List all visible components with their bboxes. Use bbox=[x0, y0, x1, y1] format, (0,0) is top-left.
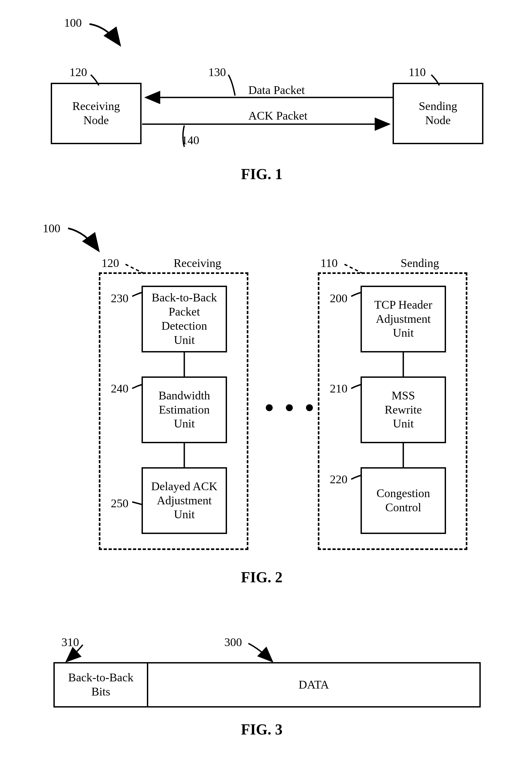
ref-220: 220 bbox=[330, 473, 348, 486]
ref-310: 310 bbox=[61, 635, 79, 649]
fig2-caption: FIG. 2 bbox=[232, 569, 291, 586]
ref-250: 250 bbox=[111, 496, 129, 510]
ref-120-fig2: 120 bbox=[101, 256, 119, 270]
ref-230: 230 bbox=[111, 292, 129, 305]
ellipsis-dots: ● ● ● bbox=[264, 398, 317, 416]
fig1-caption: FIG. 1 bbox=[232, 165, 291, 183]
ref-100-fig2: 100 bbox=[43, 222, 60, 235]
ref-200: 200 bbox=[330, 292, 348, 305]
box-240: Bandwidth Estimation Unit bbox=[142, 377, 227, 443]
data-packet-diagram: Back-to-Back Bits DATA bbox=[54, 662, 481, 707]
ref-100-fig1: 100 bbox=[64, 16, 82, 30]
data-box: DATA bbox=[147, 662, 481, 707]
ack-packet-label: ACK Packet bbox=[248, 109, 307, 123]
ref-240: 240 bbox=[111, 382, 129, 395]
ref-300: 300 bbox=[224, 635, 242, 649]
receiving-title: Receiving bbox=[173, 256, 221, 270]
box-250: Delayed ACK Adjustment Unit bbox=[142, 467, 227, 534]
box-210: MSS Rewrite Unit bbox=[361, 377, 446, 443]
ref-120-fig1: 120 bbox=[69, 65, 87, 79]
box-220: Congestion Control bbox=[361, 467, 446, 534]
ref-210: 210 bbox=[330, 382, 348, 395]
box-230: Back-to-Back Packet Detection Unit bbox=[142, 286, 227, 353]
back-to-back-bits-box: Back-to-Back Bits bbox=[54, 662, 147, 707]
fig3-caption: FIG. 3 bbox=[232, 721, 291, 738]
ref-130-fig1: 130 bbox=[208, 65, 226, 79]
ref-110-fig1: 110 bbox=[408, 65, 426, 79]
ref-140-fig1: 140 bbox=[181, 134, 199, 147]
receiving-node-box: Receiving Node bbox=[51, 83, 142, 144]
sending-title: Sending bbox=[401, 256, 439, 270]
ref-110-fig2: 110 bbox=[320, 256, 337, 270]
box-200: TCP Header Adjustment Unit bbox=[361, 286, 446, 353]
sending-node-box: Sending Node bbox=[393, 83, 483, 144]
data-packet-label: Data Packet bbox=[248, 83, 305, 97]
